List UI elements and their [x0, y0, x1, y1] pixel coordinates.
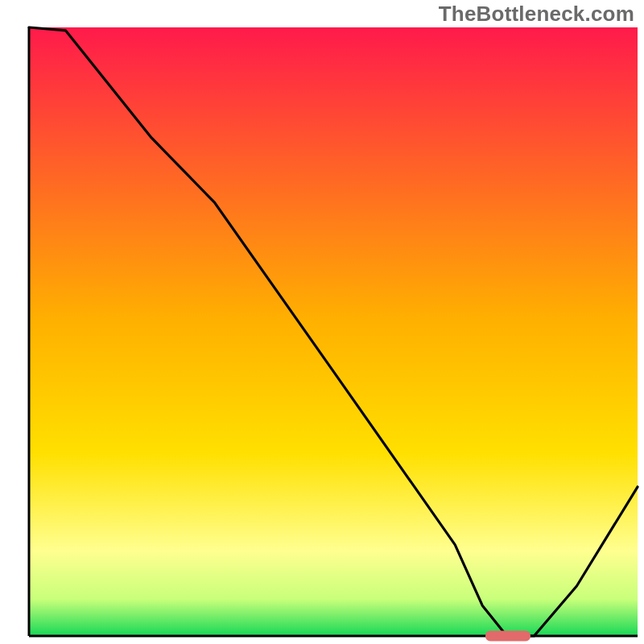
- optimum-marker: [485, 631, 530, 642]
- chart-svg: [0, 0, 644, 644]
- watermark-text: TheBottleneck.com: [439, 2, 634, 27]
- gradient-background: [29, 27, 638, 636]
- chart-canvas: TheBottleneck.com: [0, 0, 644, 644]
